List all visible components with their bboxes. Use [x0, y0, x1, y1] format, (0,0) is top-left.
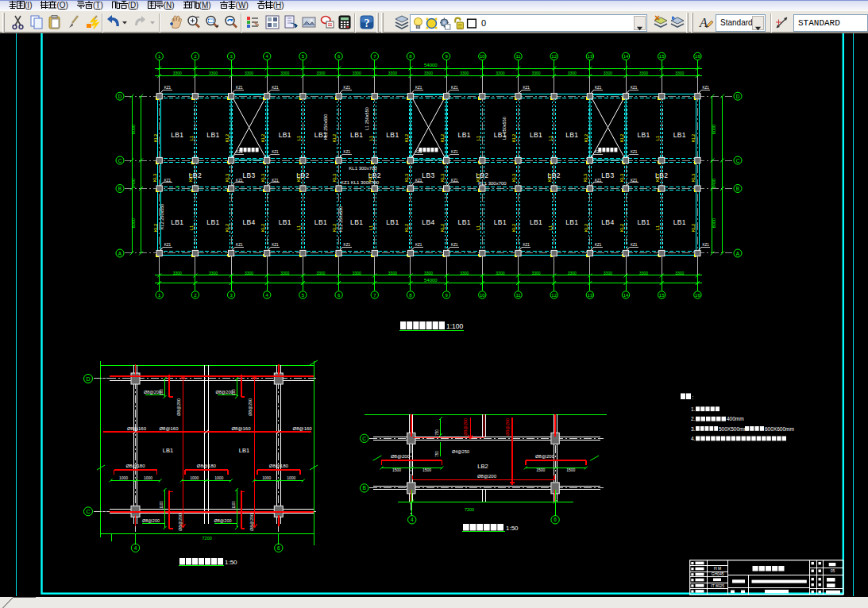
- svg-text:LB4: LB4: [422, 218, 434, 226]
- svg-text:7200: 7200: [465, 507, 474, 512]
- svg-text:KL2 250x550: KL2 250x550: [323, 114, 328, 140]
- svg-text:3300: 3300: [460, 71, 469, 75]
- svg-text:7: 7: [373, 54, 376, 59]
- svg-text:L1: L1: [368, 225, 373, 230]
- svg-text:KZ1: KZ1: [415, 86, 422, 90]
- svg-text:KL3: KL3: [583, 173, 588, 182]
- svg-text:KL3: KL3: [691, 173, 696, 182]
- svg-text:Ø8@200: Ø8@200: [391, 454, 411, 459]
- svg-text:KZ1: KZ1: [702, 86, 709, 90]
- svg-text:LB3: LB3: [422, 171, 434, 179]
- svg-text:KL3: KL3: [332, 173, 337, 182]
- svg-text:8: 8: [409, 293, 412, 298]
- svg-text:LB1: LB1: [637, 131, 650, 139]
- svg-text:10: 10: [480, 54, 485, 59]
- svg-text:2400: 2400: [131, 179, 136, 188]
- svg-text:KL3: KL3: [152, 173, 157, 182]
- svg-text:3300: 3300: [424, 271, 433, 275]
- svg-text:B: B: [118, 186, 122, 191]
- svg-text:L1 250x550: L1 250x550: [365, 107, 369, 130]
- svg-text:Ø8@200: Ø8@200: [248, 398, 253, 416]
- svg-text:600X600mm: 600X600mm: [765, 426, 794, 432]
- svg-text:KZ1: KZ1: [451, 150, 458, 154]
- svg-text:L1: L1: [189, 135, 194, 140]
- svg-text:100: 100: [232, 389, 236, 395]
- svg-text:KL3: KL3: [225, 173, 230, 182]
- svg-text:KZ1: KZ1: [415, 243, 422, 247]
- svg-text:KL2: KL2: [225, 223, 230, 232]
- svg-text:B: B: [736, 186, 739, 191]
- svg-text:KL2: KL2: [260, 223, 265, 232]
- svg-text:7: 7: [373, 293, 376, 298]
- svg-text:3300: 3300: [460, 271, 469, 275]
- svg-text:54000: 54000: [424, 63, 438, 67]
- svg-text:LB1: LB1: [171, 218, 183, 226]
- svg-text:LB1: LB1: [206, 218, 219, 226]
- svg-text:LB1: LB1: [673, 218, 686, 226]
- svg-text:KZ1: KZ1: [451, 179, 458, 183]
- svg-text:54000: 54000: [424, 278, 438, 283]
- svg-text:3300: 3300: [353, 71, 361, 75]
- svg-text:Ø8@200: Ø8@200: [463, 418, 468, 436]
- svg-text:4: 4: [134, 545, 137, 551]
- svg-text:3300: 3300: [532, 71, 541, 75]
- svg-text:LB1: LB1: [163, 447, 173, 454]
- svg-text:6000: 6000: [131, 125, 136, 134]
- svg-text:LB1: LB1: [458, 218, 471, 226]
- svg-text:KL2: KL2: [260, 133, 265, 142]
- svg-text:15: 15: [659, 54, 665, 59]
- svg-text:KL2: KL2: [691, 133, 696, 142]
- svg-text:3300: 3300: [532, 271, 541, 275]
- svg-text:KZ1: KZ1: [272, 150, 279, 154]
- svg-text:KL2: KL2: [153, 133, 158, 142]
- svg-text:H M: H M: [714, 566, 721, 571]
- svg-text:1000: 1000: [287, 475, 295, 480]
- svg-text:KL3: KL3: [440, 173, 445, 182]
- svg-text:KZ1: KZ1: [164, 243, 172, 247]
- svg-text:Ø8@200: Ø8@200: [477, 474, 497, 479]
- svg-text:3300: 3300: [173, 271, 182, 275]
- svg-text:4: 4: [266, 54, 269, 59]
- svg-text:1000: 1000: [190, 475, 199, 480]
- svg-text:3.: 3.: [691, 426, 696, 432]
- svg-text:GH045: GH045: [712, 571, 724, 576]
- svg-text:L1: L1: [476, 135, 480, 140]
- svg-text:LB1: LB1: [171, 131, 183, 139]
- svg-text:3: 3: [230, 293, 233, 298]
- svg-text:KZ1: KZ1: [451, 243, 458, 247]
- svg-text:3300: 3300: [639, 71, 648, 75]
- svg-text:KL2: KL2: [153, 223, 158, 232]
- svg-text:05: 05: [831, 568, 835, 573]
- svg-text:C: C: [118, 158, 122, 164]
- svg-text:LB1: LB1: [565, 218, 578, 226]
- svg-text:LB1: LB1: [386, 131, 399, 139]
- svg-text:C: C: [86, 509, 90, 514]
- svg-text:LB1: LB1: [350, 218, 363, 226]
- svg-text:1500: 1500: [536, 468, 545, 472]
- svg-text:1500: 1500: [566, 468, 575, 472]
- svg-text:Ø8@200: Ø8@200: [144, 390, 161, 394]
- svg-text:KZ1: KZ1: [164, 179, 172, 183]
- svg-text:1: 1: [158, 54, 161, 59]
- svg-text:L1: L1: [548, 225, 553, 230]
- svg-text:2.: 2.: [691, 416, 696, 421]
- svg-text:KL2: KL2: [332, 223, 337, 232]
- svg-text:B: B: [363, 485, 366, 491]
- svg-text:Ø8@160: Ø8@160: [293, 426, 313, 431]
- svg-text:6: 6: [554, 517, 557, 522]
- svg-text::: :: [692, 394, 694, 400]
- svg-text:3300: 3300: [280, 71, 289, 75]
- svg-text:1.: 1.: [691, 406, 696, 412]
- svg-text:3300: 3300: [604, 71, 612, 75]
- svg-text:3300: 3300: [209, 271, 218, 275]
- svg-text:750: 750: [435, 429, 439, 436]
- svg-text:2400: 2400: [712, 179, 716, 188]
- svg-text:L1: L1: [368, 135, 373, 140]
- svg-text:LB1: LB1: [458, 131, 471, 139]
- svg-text:KL3: KL3: [260, 173, 265, 182]
- svg-text:3300: 3300: [388, 71, 397, 75]
- svg-text:3300: 3300: [675, 71, 684, 75]
- svg-text:KZ1: KZ1: [236, 243, 243, 247]
- svg-text:KZ1: KZ1: [451, 86, 458, 90]
- svg-text:1000: 1000: [144, 475, 152, 480]
